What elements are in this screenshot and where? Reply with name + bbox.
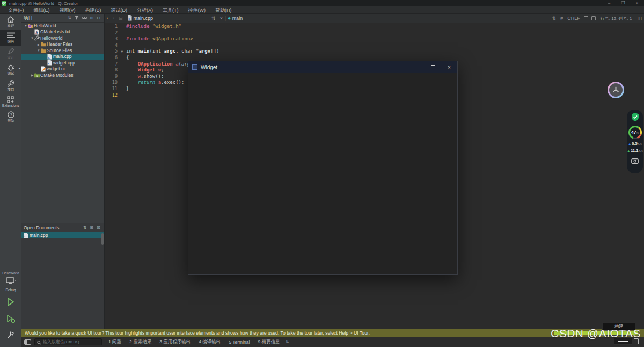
line-number[interactable]: 6 — [105, 55, 124, 61]
line-number[interactable]: 7 — [105, 61, 124, 68]
updown-icon[interactable]: ⇅ — [66, 16, 73, 20]
widget-window-title-bar[interactable]: Widget – × — [188, 61, 457, 73]
updown-icon[interactable]: ⇅ — [82, 225, 89, 230]
line-number[interactable]: 3 — [105, 36, 124, 42]
split-editor-icon[interactable]: ◫ — [635, 16, 644, 21]
menu-item[interactable]: 文件(F) — [3, 6, 29, 14]
close-panel-icon[interactable]: ⊡ — [95, 225, 102, 230]
output-pane-tab[interactable]: 4 编译输出 — [199, 339, 221, 345]
fold-marker-icon[interactable]: ▼ — [121, 48, 123, 55]
project-tree-item-helloworld[interactable]: ▼HelloWorld — [21, 23, 104, 29]
sidebar-mode-projects[interactable]: 项目 — [0, 78, 21, 94]
window-close-button[interactable]: × — [630, 0, 644, 6]
output-pane-tab[interactable]: 3 应用程序输出 — [159, 339, 191, 345]
document-properties-icon[interactable] — [584, 16, 588, 20]
line-number[interactable]: 8 — [105, 67, 124, 74]
widget-maximize-button[interactable] — [425, 64, 441, 70]
expander-icon[interactable]: ▶ — [36, 42, 41, 46]
line-number[interactable]: 1 — [105, 24, 124, 30]
filter-icon[interactable] — [73, 16, 80, 21]
project-tree-item-widget-cpp[interactable]: cwidget.cpp — [21, 60, 104, 66]
project-tree-item-helloworld[interactable]: ▼HelloWorld — [21, 35, 104, 41]
pin-document-icon[interactable]: ⊟ — [116, 16, 125, 21]
window-restore-button[interactable]: ❐ — [616, 0, 630, 6]
debug-run-button[interactable] — [6, 314, 16, 326]
tree-item-label: HelloWorld — [34, 23, 56, 28]
scrollbar-thumb[interactable] — [101, 233, 104, 245]
camera-icon[interactable] — [631, 156, 639, 166]
widget-minimize-button[interactable]: – — [409, 64, 425, 70]
output-pane-tab[interactable]: 5 Terminal — [229, 339, 250, 345]
output-pane-tab[interactable]: 9 概要信息 — [258, 339, 280, 345]
line-ending-selector[interactable]: CRLF — [565, 16, 582, 21]
line-number[interactable]: 2 — [105, 30, 124, 37]
file-permissions-icon[interactable] — [591, 16, 596, 20]
open-documents-title: Open Documents — [24, 225, 82, 230]
menu-item[interactable]: 分析(A) — [132, 6, 158, 14]
line-number[interactable]: 10 — [105, 79, 124, 86]
line-number[interactable]: 9 — [105, 74, 124, 80]
navigate-back-icon[interactable]: ‹ — [105, 16, 111, 21]
tree-item-label: widget.ui — [47, 66, 65, 71]
project-tree-item-source-files[interactable]: ▼Source Files — [21, 47, 104, 54]
editor-tab-filename[interactable]: main.cpp — [134, 16, 153, 21]
code-line: #include <QApplication> — [126, 36, 644, 42]
updown-icon[interactable]: ⇅ — [550, 16, 559, 21]
link-icon[interactable] — [80, 16, 89, 21]
expander-icon[interactable]: ▶ — [30, 73, 34, 77]
project-tree-item-cmakelists-txt[interactable]: CMakeLists.txt — [21, 29, 104, 35]
project-tree-item-header-files[interactable]: ▶Header Files — [21, 41, 104, 48]
split-icon[interactable]: ⊞ — [89, 225, 96, 230]
encoding-hash-icon[interactable]: # — [558, 16, 565, 21]
open-document-item[interactable]: cmain.cpp — [21, 232, 104, 238]
window-minimize-button[interactable]: – — [602, 0, 616, 6]
build-button[interactable] — [6, 331, 16, 342]
menu-item[interactable]: 视图(V) — [55, 6, 80, 14]
widget-app-window: Widget – × — [188, 61, 458, 275]
widget-close-button[interactable]: × — [441, 64, 457, 70]
kit-selector-button[interactable] — [6, 277, 16, 287]
close-document-icon[interactable]: × — [218, 16, 225, 21]
game-controller-overlay-icon[interactable] — [608, 82, 624, 98]
line-number[interactable]: 4 — [105, 42, 124, 49]
line-number[interactable]: 5▼ — [105, 48, 124, 55]
sidebar-mode-debug[interactable]: 调试▸ — [0, 62, 21, 78]
code-line — [126, 30, 644, 37]
widget-window-icon — [192, 64, 197, 70]
sidebar-mode-help[interactable]: ?帮助 — [0, 109, 21, 125]
close-panel-icon[interactable]: ⊡ — [95, 16, 102, 20]
navigate-forward-icon[interactable]: › — [111, 16, 116, 21]
expander-icon[interactable]: ▼ — [30, 37, 34, 40]
run-button[interactable] — [6, 297, 15, 309]
menu-item[interactable]: 帮助(H) — [210, 6, 237, 14]
tree-item-label: HelloWorld — [40, 35, 62, 41]
menu-item[interactable]: 工具(T) — [158, 6, 184, 14]
line-number[interactable]: 11 — [105, 86, 124, 92]
locator-input[interactable] — [43, 339, 99, 344]
sidebar-mode-welcome[interactable]: 欢迎 — [0, 14, 21, 30]
menu-item[interactable]: 控件(W) — [184, 6, 211, 14]
menu-item[interactable]: 构建(B) — [80, 6, 106, 14]
download-speed: ▲ 11.1 K/s — [627, 148, 642, 153]
menu-item[interactable]: 编辑(E) — [29, 6, 55, 14]
projects-panel-header: 项目 ⇅ ⊞ ⊡ — [21, 14, 104, 23]
output-pane-tab[interactable]: 2 搜索结果 — [129, 339, 151, 345]
project-tree-item-cmake-modules[interactable]: ▶CMake Modules — [21, 72, 104, 78]
sidebar-mode-edit[interactable]: 编辑 — [0, 30, 21, 46]
menu-item[interactable]: 调试(D) — [106, 6, 133, 14]
project-tree-item-widget-ui[interactable]: widget.ui — [21, 66, 104, 73]
line-number[interactable]: 12 — [105, 92, 124, 99]
symbol-selector[interactable]: main — [232, 16, 243, 21]
expander-icon[interactable]: ▼ — [24, 24, 28, 27]
expander-icon[interactable]: ▼ — [36, 49, 41, 52]
project-tree-item-main-cpp[interactable]: cmain.cpp — [21, 54, 104, 60]
document-dropdown-icon[interactable]: ⇅ — [209, 16, 218, 21]
locator-box[interactable] — [34, 338, 102, 345]
toggle-left-sidebar-icon[interactable] — [24, 339, 31, 345]
flyout-arrow-icon[interactable]: ▸ — [19, 66, 20, 70]
output-pane-updown-icon[interactable]: ⇅ — [286, 339, 289, 344]
output-pane-tab[interactable]: 1 问题 — [108, 339, 121, 345]
sidebar-mode-extensions[interactable]: Extensions — [0, 94, 21, 109]
split-icon[interactable]: ⊞ — [89, 16, 96, 20]
system-monitor-overlay[interactable]: 47% ▲ 0.5 K/s ▲ 11.1 K/s — [627, 110, 643, 174]
